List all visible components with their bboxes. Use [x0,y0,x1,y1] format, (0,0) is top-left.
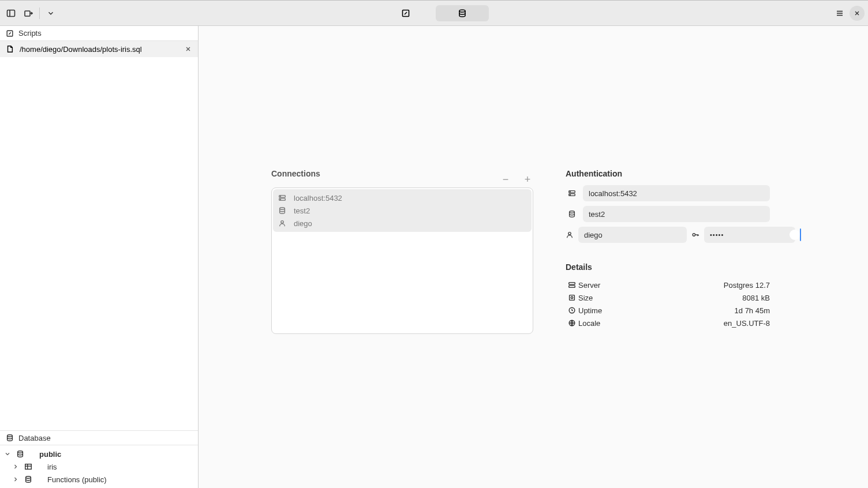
chevron-down-icon [47,9,55,17]
svg-rect-32 [569,283,575,285]
open-file-tab[interactable]: /home/diego/Downloads/plots-iris.sql [0,41,198,57]
uptime-label: Uptime [578,306,624,315]
server-value: Postgres 12.7 [624,281,770,290]
scripts-section-header: Scripts [0,26,198,41]
svg-point-28 [570,194,570,195]
svg-rect-2 [25,11,30,16]
globe-icon [568,319,576,327]
svg-point-31 [693,234,695,236]
database-icon [6,434,14,442]
tree-table-label: iris [47,463,198,471]
tree-functions-row[interactable]: Functions (public) [0,473,198,486]
svg-point-23 [280,208,285,210]
chevron-right-icon [12,476,19,483]
size-value: 8081 kB [624,294,770,302]
details-title: Details [566,262,770,272]
save-password-toggle[interactable] [800,228,801,241]
headerbar [0,0,868,26]
svg-rect-34 [570,295,575,301]
tree-schema-row[interactable]: public [0,448,198,460]
open-file-path: /home/diego/Downloads/plots-iris.sql [20,45,142,54]
open-file-button[interactable] [21,6,36,21]
uptime-value: 1d 7h 45m [624,306,770,315]
svg-rect-15 [25,464,32,470]
editor-icon [401,9,410,18]
main-area: Connections − + localhost:5432 test2 [199,26,868,488]
user-input[interactable] [578,227,687,243]
header-separator [39,7,40,19]
tree-table-row[interactable]: iris [0,460,198,473]
key-icon [691,231,699,239]
svg-point-13 [8,435,13,437]
user-icon [566,231,574,239]
sidebar: Scripts /home/diego/Downloads/plots-iris… [0,26,199,488]
connection-host: localhost:5432 [294,194,342,202]
panel-left-icon [6,9,16,18]
open-file-icon [24,9,33,18]
svg-point-4 [459,10,465,12]
size-icon [568,294,576,302]
server-icon [278,194,286,202]
table-icon [24,463,32,471]
clock-icon [568,306,576,314]
tree-functions-label: Functions (public) [47,475,198,484]
svg-point-24 [281,221,283,223]
database-icon [458,9,467,18]
chevron-right-icon [12,463,19,470]
svg-point-35 [571,296,573,299]
database-section-header: Database [0,430,198,445]
svg-point-30 [568,232,571,235]
close-icon [854,10,860,17]
server-icon [568,281,576,289]
hamburger-icon [835,9,844,18]
connection-user: diego [294,219,312,228]
database-icon [568,210,576,218]
password-input[interactable] [704,227,795,243]
add-connection-button[interactable]: + [522,174,533,185]
connection-db: test2 [294,207,310,215]
functions-icon [24,475,32,483]
server-label: Server [578,281,624,290]
view-connections-tab[interactable] [436,5,489,21]
database-icon [278,207,286,215]
host-input[interactable] [583,185,770,201]
scripts-label: Scripts [18,29,42,37]
authentication-panel: Authentication Details [566,169,770,334]
recent-files-button[interactable] [43,6,58,21]
server-icon [568,189,576,197]
connections-title: Connections [271,169,489,178]
svg-rect-33 [569,286,575,288]
authentication-title: Authentication [566,169,770,178]
user-icon [278,219,286,227]
locale-label: Locale [578,319,624,328]
sidebar-toggle-button[interactable] [3,6,18,21]
connections-panel: Connections − + localhost:5432 test2 [271,169,533,334]
details-panel: Details Server Postgres 12.7 Size 8081 k… [566,262,770,329]
script-icon [6,29,14,37]
close-file-button[interactable] [183,44,193,54]
schema-icon [16,450,24,458]
app-menu-button[interactable] [832,6,847,21]
svg-point-18 [26,476,31,479]
close-window-button[interactable] [850,6,865,21]
database-label: Database [18,434,51,442]
svg-point-29 [570,211,575,213]
svg-point-14 [18,451,23,453]
close-icon [185,46,192,52]
db-input[interactable] [583,206,770,222]
view-editor-tab[interactable] [379,5,432,21]
svg-point-27 [570,192,570,192]
connections-list: localhost:5432 test2 diego [271,187,533,334]
chevron-down-icon [4,451,11,457]
svg-point-21 [280,196,280,197]
remove-connection-button[interactable]: − [500,174,511,185]
svg-rect-0 [8,10,15,16]
size-label: Size [578,294,624,302]
file-icon [6,45,14,53]
connection-card[interactable]: localhost:5432 test2 diego [273,189,532,232]
locale-value: en_US.UTF-8 [624,319,770,328]
svg-point-22 [280,199,280,200]
tree-schema-label: public [39,450,198,459]
